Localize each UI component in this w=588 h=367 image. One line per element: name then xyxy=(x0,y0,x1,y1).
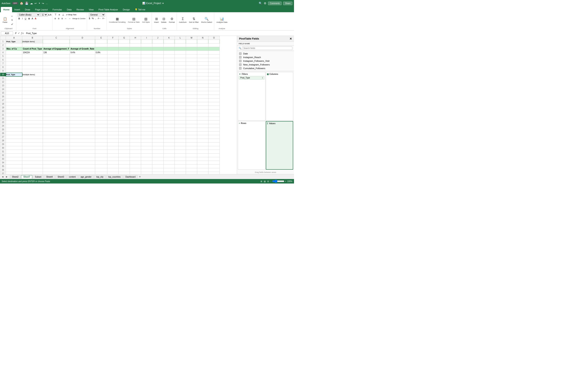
cell-I20[interactable] xyxy=(141,109,152,113)
font-size-up-btn[interactable]: A xyxy=(48,13,50,16)
col-header-g[interactable]: G xyxy=(118,36,130,40)
cell-A2[interactable] xyxy=(6,43,22,47)
row-header-32[interactable]: 32 xyxy=(0,154,6,157)
cell-B18[interactable] xyxy=(22,102,43,106)
cell-A8[interactable] xyxy=(6,66,22,69)
cell-B15[interactable] xyxy=(22,91,43,95)
col-header-a[interactable]: A xyxy=(6,36,22,40)
cell-O13[interactable] xyxy=(208,84,219,87)
cell-G25[interactable] xyxy=(118,128,130,132)
cell-O25[interactable] xyxy=(208,128,219,132)
fill-color-btn[interactable]: A xyxy=(31,17,34,20)
cell-F19[interactable] xyxy=(107,106,118,109)
cell-E31[interactable] xyxy=(95,150,107,154)
align-middle-btn[interactable]: ≡ xyxy=(58,13,61,16)
cell-O5[interactable] xyxy=(208,54,219,58)
cell-K1[interactable] xyxy=(163,40,174,43)
cell-J6[interactable] xyxy=(152,58,163,62)
cell-K21[interactable] xyxy=(163,113,174,117)
cell-G5[interactable] xyxy=(118,54,130,58)
cell-M4[interactable] xyxy=(186,51,197,54)
number-format-select[interactable]: General xyxy=(89,13,105,17)
cell-E20[interactable] xyxy=(95,109,107,113)
cell-J5[interactable] xyxy=(152,54,163,58)
cell-F15[interactable] xyxy=(107,91,118,95)
search-icon[interactable]: 🔍 xyxy=(259,2,262,5)
cell-M16[interactable] xyxy=(186,95,197,99)
col-header-b[interactable]: B xyxy=(22,36,43,40)
cell-E2[interactable] xyxy=(95,43,107,47)
sheet-tab-sheet7[interactable]: Sheet7 xyxy=(21,175,32,178)
cell-G17[interactable] xyxy=(118,99,130,102)
cell-H11[interactable] xyxy=(130,76,141,80)
row-header-6[interactable]: 6 xyxy=(0,58,6,62)
cell-I33[interactable] xyxy=(141,157,152,161)
cell-F14[interactable] xyxy=(107,87,118,91)
cell-E14[interactable] xyxy=(95,87,107,91)
cell-O18[interactable] xyxy=(208,102,219,106)
cell-J24[interactable] xyxy=(152,124,163,128)
cell-O17[interactable] xyxy=(208,99,219,102)
cell-N26[interactable] xyxy=(197,132,208,135)
cell-E8[interactable] xyxy=(95,66,107,69)
cell-F16[interactable] xyxy=(107,95,118,99)
cell-C35[interactable] xyxy=(43,165,70,168)
cell-J26[interactable] xyxy=(152,132,163,135)
undo-btn[interactable]: ↩ xyxy=(35,2,37,5)
cell-B25[interactable] xyxy=(22,128,43,132)
field-item-instagram-followers-visit[interactable]: Instagram_Followers_Visit xyxy=(237,59,294,63)
cell-C23[interactable] xyxy=(43,120,70,124)
page-layout-view-btn[interactable]: ▤ xyxy=(264,180,266,183)
cell-G34[interactable] xyxy=(118,161,130,165)
cell-L27[interactable] xyxy=(174,135,186,139)
cell-I31[interactable] xyxy=(141,150,152,154)
cell-L31[interactable] xyxy=(174,150,186,154)
cell-D31[interactable] xyxy=(70,150,95,154)
cell-B26[interactable] xyxy=(22,132,43,135)
cell-B13[interactable] xyxy=(22,84,43,87)
cell-F29[interactable] xyxy=(107,142,118,146)
cell-O4[interactable] xyxy=(208,51,219,54)
cell-I5[interactable] xyxy=(141,54,152,58)
format-as-table-btn[interactable]: ▤ Format as Table xyxy=(127,15,141,26)
cell-I17[interactable] xyxy=(141,99,152,102)
field-checkbox-instagram-followers-visit[interactable] xyxy=(239,60,242,62)
cell-K10[interactable] xyxy=(163,73,174,76)
italic-btn[interactable]: I xyxy=(21,17,24,20)
autosave-toggle[interactable]: OFF xyxy=(12,2,18,4)
cell-K34[interactable] xyxy=(163,161,174,165)
cell-D4[interactable]: 9.4% xyxy=(70,51,95,54)
cell-L37[interactable] xyxy=(174,172,186,174)
cell-A29[interactable] xyxy=(6,142,22,146)
cell-D18[interactable] xyxy=(70,102,95,106)
cell-K2[interactable] xyxy=(163,43,174,47)
cell-K33[interactable] xyxy=(163,157,174,161)
cell-H8[interactable] xyxy=(130,66,141,69)
cell-K17[interactable] xyxy=(163,99,174,102)
cell-L17[interactable] xyxy=(174,99,186,102)
cell-G13[interactable] xyxy=(118,84,130,87)
insert-function-btn[interactable]: ƒx xyxy=(21,32,24,35)
row-header-8[interactable]: 8 xyxy=(0,66,6,69)
cell-F23[interactable] xyxy=(107,120,118,124)
cell-N30[interactable] xyxy=(197,146,208,150)
row-header-13[interactable]: 13 xyxy=(0,84,6,87)
cell-E3[interactable] xyxy=(95,47,107,51)
cut-btn[interactable]: ✂ xyxy=(9,15,15,18)
cell-I6[interactable] xyxy=(141,58,152,62)
cell-B8[interactable] xyxy=(22,66,43,69)
cell-M35[interactable] xyxy=(186,165,197,168)
cell-L34[interactable] xyxy=(174,161,186,165)
cell-A7[interactable] xyxy=(6,62,22,66)
row-header-26[interactable]: 26 xyxy=(0,132,6,135)
cell-C31[interactable] xyxy=(43,150,70,154)
cell-G21[interactable] xyxy=(118,113,130,117)
cell-K25[interactable] xyxy=(163,128,174,132)
cell-C29[interactable] xyxy=(43,142,70,146)
cell-L6[interactable] xyxy=(174,58,186,62)
cell-D17[interactable] xyxy=(70,99,95,102)
cell-J25[interactable] xyxy=(152,128,163,132)
cell-M23[interactable] xyxy=(186,120,197,124)
filename-dropdown[interactable]: ▼ xyxy=(162,2,164,4)
cell-H10[interactable] xyxy=(130,73,141,76)
